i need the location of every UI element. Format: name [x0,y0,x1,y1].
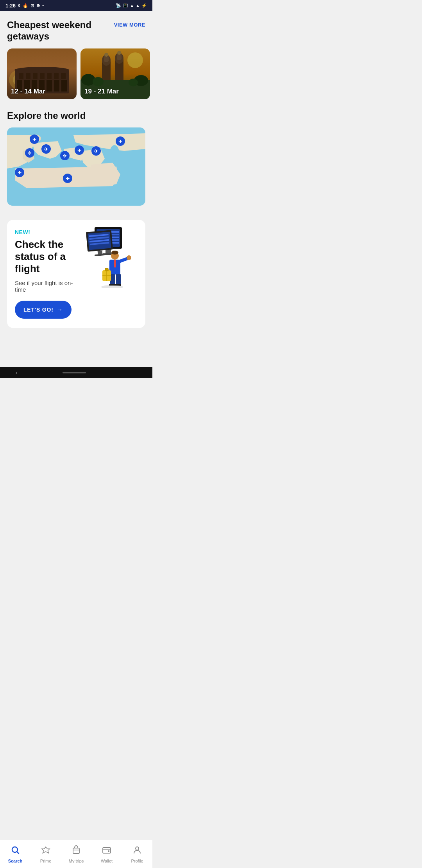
battery-icon: ⚡ [141,3,147,8]
new-badge: NEW! [15,229,79,235]
status-bar: 1:26 ¢ 🔥 ⊡ ⊕ • 📡 📳 ▲ ▲ ⚡ [0,0,152,11]
dot-icon: • [42,3,44,8]
getaways-header: Cheapest weekend getaways VIEW MORE [0,11,152,48]
map-svg: ✈ ✈ ✈ ✈ ✈ ✈ ✈ [7,127,145,206]
flight-illustration [83,225,138,289]
lets-go-button[interactable]: LET'S GO! → [15,301,72,319]
svg-text:✈: ✈ [94,149,98,154]
vibrate-icon: 📳 [123,3,128,8]
svg-text:✈: ✈ [28,151,32,156]
barcelona-card[interactable]: 19 - 21 Mar [80,48,150,99]
cast-icon: 📡 [116,3,121,8]
gesture-pill[interactable] [63,372,86,373]
wifi-icon: ▲ [130,3,134,8]
svg-point-82 [111,251,118,255]
destination-cards-row: 12 - 14 Mar [0,48,152,99]
view-more-link[interactable]: VIEW MORE [114,22,145,28]
svg-rect-88 [116,274,121,285]
svg-text:✈: ✈ [77,148,81,153]
svg-text:✈: ✈ [118,139,122,144]
flight-status-desc: See if your flight is on-time [15,280,79,293]
svg-point-45 [110,145,119,161]
arrow-icon: → [57,306,63,313]
flight-status-section: NEW! Check the status of a flight See if… [7,220,145,328]
rome-date: 12 - 14 Mar [11,88,45,95]
svg-text:✈: ✈ [63,153,67,159]
calendar-icon: ⊡ [30,3,34,8]
gesture-bar: ‹ [0,367,152,378]
lets-go-label: LET'S GO! [23,307,54,313]
status-left: 1:26 ¢ 🔥 ⊡ ⊕ • [5,3,44,9]
barcelona-date: 19 - 21 Mar [84,88,119,95]
svg-text:✈: ✈ [32,137,36,142]
flight-status-title: Check the status of a flight [15,239,79,275]
flight-status-svg [83,225,134,288]
svg-text:✈: ✈ [18,170,21,176]
fire-icon: 🔥 [23,3,28,8]
explore-section: Explore the world [0,99,152,212]
svg-rect-95 [105,268,108,270]
rome-card[interactable]: 12 - 14 Mar [7,48,77,99]
world-map[interactable]: ✈ ✈ ✈ ✈ ✈ ✈ ✈ [7,127,145,206]
svg-rect-84 [114,260,116,267]
scroll-area: Cheapest weekend getaways VIEW MORE [0,11,152,367]
status-right: 📡 📳 ▲ ▲ ⚡ [116,3,147,8]
explore-title: Explore the world [7,110,145,121]
coin-icon: ¢ [18,3,20,8]
svg-point-86 [127,255,131,260]
signal-icon: ▲ [136,3,140,8]
svg-text:✈: ✈ [44,147,48,152]
back-chevron-icon[interactable]: ‹ [16,369,18,376]
status-time: 1:26 [5,3,16,9]
flight-status-content: NEW! Check the status of a flight See if… [15,229,79,319]
getaways-title: Cheapest weekend getaways [7,20,110,42]
svg-text:✈: ✈ [66,176,70,181]
location-icon: ⊕ [36,3,40,8]
